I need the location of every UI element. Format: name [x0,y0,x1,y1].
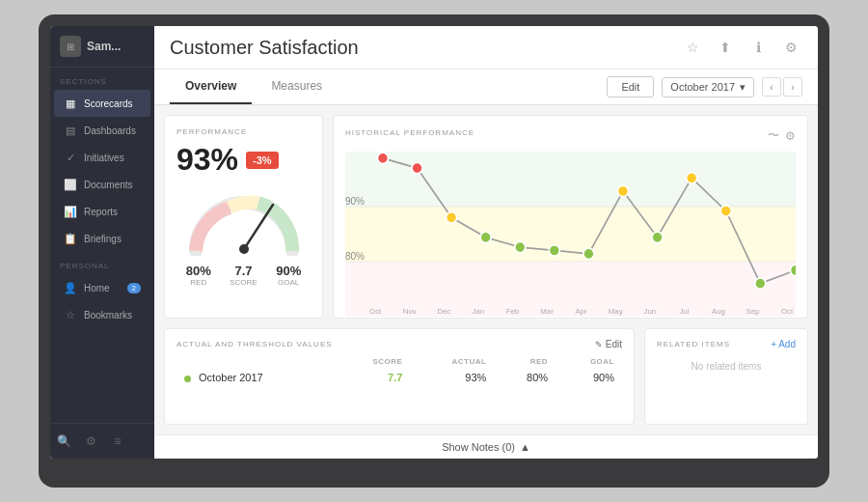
laptop-screen: ⊞ Sam... SECTIONS ▦ Scorecards ▤ Dashboa… [50,26,818,459]
date-label: October 2017 [670,81,735,93]
edit-button[interactable]: Edit [607,76,654,98]
tabs-bar: Overview Measures Edit October 2017 ▾ ‹ … [154,70,818,105]
home-icon: 👤 [64,281,77,294]
sidebar-item-label-bookmarks: Bookmarks [84,310,132,321]
sidebar-item-dashboards[interactable]: ▤ Dashboards [54,117,150,144]
logo-text: Sam... [87,40,121,53]
svg-point-19 [720,206,731,216]
gauge-container [176,183,311,256]
date-selector[interactable]: October 2017 ▾ [662,77,754,98]
svg-rect-2 [345,152,796,207]
personal-label: PERSONAL [50,252,154,274]
actual-edit-button[interactable]: ✎ Edit [595,339,622,349]
stat-goal: 90% GOAL [276,264,301,287]
search-icon[interactable]: 🔍 [54,432,73,451]
sidebar-item-documents[interactable]: ⬜ Documents [54,171,150,198]
sidebar-item-bookmarks[interactable]: ☆ Bookmarks [54,301,150,328]
status-dot [184,376,191,382]
performance-delta: -3% [246,152,279,169]
historical-panel: HISTORICAL PERFORMANCE 〜 ⚙ [333,115,808,319]
dashboards-icon: ▤ [64,124,77,137]
bottom-panels: ACTUAL AND THRESHOLD VALUES ✎ Edit SCORE [164,328,808,425]
sidebar-item-scorecards[interactable]: ▦ Scorecards [54,90,150,117]
related-header: RELATED ITEMS + Add [657,339,796,349]
actual-panel: ACTUAL AND THRESHOLD VALUES ✎ Edit SCORE [164,328,635,425]
sidebar-item-label-reports: Reports [84,207,118,217]
score-label: SCORE [230,278,257,287]
next-date-button[interactable]: › [783,77,802,97]
hist-chart: 90% 80% [345,152,796,317]
export-icon[interactable]: ⬆ [714,36,737,59]
svg-text:Oct: Oct [369,307,382,316]
related-panel: RELATED ITEMS + Add No related items [644,328,808,425]
sections-label: SECTIONS [50,68,154,90]
svg-point-11 [447,212,457,223]
no-related-message: No related items [657,361,796,372]
historical-label: HISTORICAL PERFORMANCE [345,128,475,137]
body-area: PERFORMANCE 93% -3% [154,105,818,434]
svg-text:Jul: Jul [679,307,689,316]
svg-point-20 [755,278,766,289]
stat-score: 7.7 SCORE [230,264,257,287]
gauge-svg [181,183,307,256]
red-label: RED [186,278,211,287]
add-related-button[interactable]: + Add [771,339,796,349]
page-title: Customer Satisfaction [170,37,359,59]
sidebar-item-label-dashboards: Dashboards [84,126,136,136]
tab-measures[interactable]: Measures [256,70,338,104]
row-score: 7.7 [335,368,411,387]
svg-point-21 [790,265,796,275]
svg-text:Feb: Feb [506,307,520,316]
svg-text:Apr: Apr [576,307,587,316]
performance-label: PERFORMANCE [176,127,311,136]
prev-date-button[interactable]: ‹ [762,77,781,97]
hist-header: HISTORICAL PERFORMANCE 〜 ⚙ [345,127,796,144]
historical-chart-svg: 90% 80% [345,152,796,317]
sidebar-item-label-briefings: Briefings [84,234,122,244]
logo-icon: ⊞ [60,36,81,57]
star-icon[interactable]: ☆ [681,36,704,59]
sidebar-item-label-scorecards: Scorecards [84,98,133,109]
svg-text:Aug: Aug [712,307,725,316]
show-notes-button[interactable]: Show Notes (0) ▲ [442,441,530,453]
settings-icon[interactable]: ⚙ [81,432,100,451]
row-actual: 93% [410,368,494,387]
top-panels: PERFORMANCE 93% -3% [164,115,808,319]
chart-type-icon[interactable]: 〜 [768,127,779,144]
tab-overview[interactable]: Overview [170,70,252,104]
sidebar-bottom: 🔍 ⚙ ≡ [50,423,154,459]
svg-text:Jun: Jun [644,307,657,316]
info-icon[interactable]: ℹ [746,36,770,59]
scorecards-icon: ▦ [64,97,77,110]
svg-text:Mar: Mar [540,307,554,316]
initiatives-icon: ✓ [64,151,77,164]
home-badge: 2 [127,283,141,293]
sidebar-item-briefings[interactable]: 📋 Briefings [54,225,150,252]
reports-icon: 📊 [64,205,77,218]
svg-point-18 [687,173,697,183]
sidebar-item-home[interactable]: 👤 Home 2 [54,274,150,301]
sidebar-item-label-initiatives: Initiatives [84,153,124,163]
row-label: October 2017 [176,368,335,387]
svg-point-13 [515,241,526,252]
performance-panel: PERFORMANCE 93% -3% [164,115,323,319]
actual-header: ACTUAL AND THRESHOLD VALUES ✎ Edit [176,339,622,349]
goal-label: GOAL [276,278,301,287]
col-score: SCORE [335,355,411,368]
documents-icon: ⬜ [64,178,77,191]
dropdown-icon: ▾ [740,81,746,94]
main-content: Customer Satisfaction ☆ ⬆ ℹ ⚙ Overview M… [154,26,818,459]
row-red: 80% [494,368,556,387]
col-red: RED [494,355,556,368]
related-label: RELATED ITEMS [657,340,730,349]
stat-red: 80% RED [186,264,211,287]
goal-value: 90% [276,264,301,278]
col-actual: ACTUAL [410,355,494,368]
options-icon[interactable]: ⚙ [779,36,802,59]
sidebar-item-reports[interactable]: 📊 Reports [54,198,150,225]
svg-point-10 [412,162,422,173]
date-nav: ‹ › [762,77,802,97]
menu-icon[interactable]: ≡ [108,432,127,451]
chart-settings-icon[interactable]: ⚙ [785,129,796,143]
sidebar-item-initiatives[interactable]: ✓ Initiatives [54,144,150,171]
